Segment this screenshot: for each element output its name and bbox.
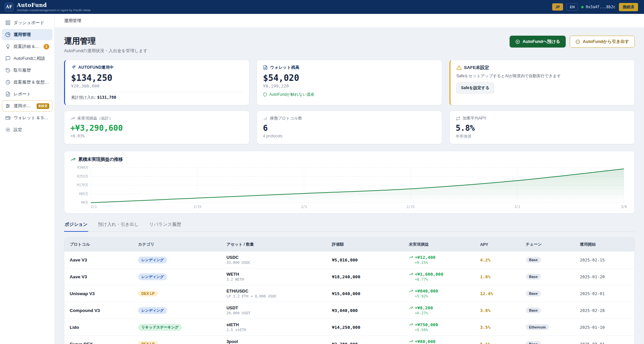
app-title-block: AutoFund Onchain-Assetmanagement AI Agen… <box>17 2 90 12</box>
protocol-name: Compound V3 <box>70 308 100 313</box>
column-header: カテゴリ <box>133 237 221 252</box>
column-header: 未実現損益 <box>404 237 475 252</box>
unrealized-pnl-card: 未実現損益（合計） +¥3,290,600 +6.03% <box>64 111 249 144</box>
sidebar-item-history[interactable]: 取引履歴 <box>2 65 53 76</box>
protocols-stat-value: 6 <box>263 123 436 133</box>
pnl-line-chart: ¥340万¥255万¥170万¥85万¥0万1/11/152/12/153/13… <box>70 165 628 211</box>
pnl-percent: +0.27% <box>409 311 470 315</box>
positions-table-card: プロトコルカテゴリアセット / 数量評価額未実現損益APYチェーン運用開始 Aa… <box>64 237 635 344</box>
sidebar-item-dashboard[interactable]: ダッシュボード <box>2 17 53 28</box>
sidebar: ダッシュボード運用管理提案詳細 &…2AutoFundに相談取引履歴提案履歴 &… <box>0 14 55 344</box>
sidebar-item-label: レポート <box>14 91 49 97</box>
protocol-name: Uniswap V3 <box>70 291 95 296</box>
sidebar-item-reports[interactable]: レポート <box>2 88 53 100</box>
apy-value: 5.1% <box>480 342 490 344</box>
asset-name: USDC <box>227 255 321 260</box>
valuation-value: ¥5,016,000 <box>332 258 358 262</box>
sidebar-item-consult[interactable]: AutoFundに相談 <box>2 53 53 64</box>
plus-circle-icon <box>515 39 520 44</box>
category-badge: レンディング <box>138 273 167 280</box>
start-date: 2025-02-15 <box>580 258 605 262</box>
sidebar-item-label: 設定 <box>14 127 49 133</box>
trend-up-icon <box>70 157 76 162</box>
withdraw-button[interactable]: AutoFundから引き出す <box>570 36 635 48</box>
asset-quantity: 33,000 USDC <box>227 260 321 265</box>
sidebar-item-policy[interactable]: 運用ポリ…未設定 <box>2 100 53 112</box>
start-date: 2025-01-10 <box>580 325 605 330</box>
svg-text:3/8: 3/8 <box>621 205 627 209</box>
protocols-stat-label-row: 稼働プロトコル数 <box>263 116 436 121</box>
apy-stat-label-row: 加重平均APY <box>456 116 628 121</box>
sidebar-item-label: 取引履歴 <box>14 67 49 73</box>
note-icon <box>263 65 268 70</box>
app-root: AF AutoFund Onchain-Assetmanagement AI A… <box>0 0 644 344</box>
column-header: 評価額 <box>327 237 404 252</box>
asset-name: stETH <box>227 322 321 327</box>
category-badge: DEX LP <box>138 341 158 344</box>
asset-cell: stETH 2.5 stETH <box>221 319 327 336</box>
sidebar-item-label: ダッシュボード <box>14 20 49 26</box>
svg-text:1/15: 1/15 <box>194 205 201 209</box>
page-title: 運用管理 <box>64 36 148 46</box>
asset-cell: USDC 33,000 USDC <box>221 252 327 268</box>
asset-quantity: LP 1.2 ETH + 8,000 USDC <box>227 294 321 298</box>
lang-jp-button[interactable]: JP <box>552 3 563 11</box>
sidebar-item-proposal-history[interactable]: 提案履歴 & 仮想… <box>2 77 53 88</box>
asset-quantity: 20,000 USDT <box>227 311 321 315</box>
history-icon <box>5 68 11 73</box>
tab-deposit-withdraw[interactable]: 預け入れ・引き出し <box>97 222 139 232</box>
autofund-cumulative-deposit: 累計預け入れ: $131,780 <box>71 95 243 100</box>
svg-text:¥85万: ¥85万 <box>79 192 88 196</box>
protocol-name: Aave V3 <box>70 258 87 262</box>
table-row[interactable]: Uniswap V3 DEX LP ETH/USDC LP 1.2 ETH + … <box>64 285 634 302</box>
start-date: 2025-01-20 <box>580 274 605 279</box>
sidebar-item-operations[interactable]: 運用管理 <box>2 29 53 40</box>
pnl-value: +¥12,400 <box>415 255 436 260</box>
pnl-cell: +¥80,000 +3.64% <box>404 336 475 344</box>
wallet-balance-card: ウォレット残高 $54,020 ¥8,199,220 AutoFundが触れない… <box>257 60 442 105</box>
deposit-button-label: AutoFundへ預ける <box>522 39 560 45</box>
deposit-button[interactable]: AutoFundへ預ける <box>510 36 566 48</box>
sidebar-item-label: ウォレット & Safe <box>14 115 49 121</box>
gear-icon <box>5 127 11 132</box>
connect-status-button[interactable]: 接続済 <box>619 3 638 11</box>
apy-value: 3.5% <box>480 325 490 330</box>
table-row[interactable]: Curve DEX DEX LP 3pool 15,000 LP tokens … <box>64 336 634 344</box>
pnl-percent: +5.92% <box>409 294 470 298</box>
safe-setup-card: SAFE未設定 SafeをセットアップするとAIが限度内で自動実行できます Sa… <box>449 60 635 105</box>
setup-safe-button[interactable]: Safeを設定する <box>456 83 494 93</box>
wallet-address-chip[interactable]: 0x3a4f...8b2c <box>581 5 615 9</box>
chart-title: 累積未実現損益の推移 <box>78 156 123 162</box>
main: 運用管理 運用管理 AutoFundの運用状況・入出金を管理します AutoFu… <box>55 14 644 344</box>
tab-rebalance-history[interactable]: リバランス履歴 <box>149 222 182 232</box>
table-row[interactable]: Compound V3 レンディング USDT 20,000 USDT ¥3,0… <box>64 302 634 319</box>
asset-cell: 3pool 15,000 LP tokens <box>221 336 327 344</box>
chain-badge: Base <box>526 341 541 344</box>
cumulative-deposit-value: $131,780 <box>97 95 116 100</box>
sidebar-item-settings[interactable]: 設定 <box>2 124 53 135</box>
table-row[interactable]: Lido リキッドステーキング stETH 2.5 stETH ¥14,250,… <box>64 319 634 336</box>
sidebar-item-label: 運用管理 <box>14 32 49 38</box>
asset-name: 3pool <box>227 339 321 344</box>
sidebar-item-label: 提案履歴 & 仮想… <box>14 79 49 85</box>
sidebar-item-proposals[interactable]: 提案詳細 &…2 <box>2 41 53 52</box>
asset-cell: USDT 20,000 USDT <box>221 302 327 319</box>
table-row[interactable]: Aave V3 レンディング WETH 3.2 WETH ¥18,240,000… <box>64 268 634 285</box>
tab-positions[interactable]: ポジション <box>64 222 88 232</box>
wallet-protected-note: AutoFundが触れない資産 <box>263 92 436 97</box>
table-row[interactable]: Aave V3 レンディング USDC 33,000 USDC ¥5,016,0… <box>64 252 634 268</box>
chart-pie-icon <box>5 32 11 37</box>
autofund-card-label: AUTOFUND運用中 <box>78 65 114 70</box>
category-badge: レンディング <box>138 307 167 314</box>
safe-card-title: SAFE未設定 <box>464 65 489 71</box>
chart-title-row: 累積未実現損益の推移 <box>70 156 628 162</box>
sidebar-item-wallet-safe[interactable]: ウォレット & Safe <box>2 112 53 123</box>
category-badge: レンディング <box>138 257 167 263</box>
valuation-value: ¥15,040,000 <box>332 291 360 296</box>
breadcrumb: 運用管理 <box>55 14 644 28</box>
lang-en-button[interactable]: EN <box>566 3 578 11</box>
app-subtitle: Onchain-Assetmanagement AI Agent by Paci… <box>17 8 90 12</box>
svg-text:3/1: 3/1 <box>514 205 520 209</box>
page-head: 運用管理 AutoFundの運用状況・入出金を管理します AutoFundへ預け… <box>64 36 635 54</box>
chat-icon <box>5 56 11 61</box>
